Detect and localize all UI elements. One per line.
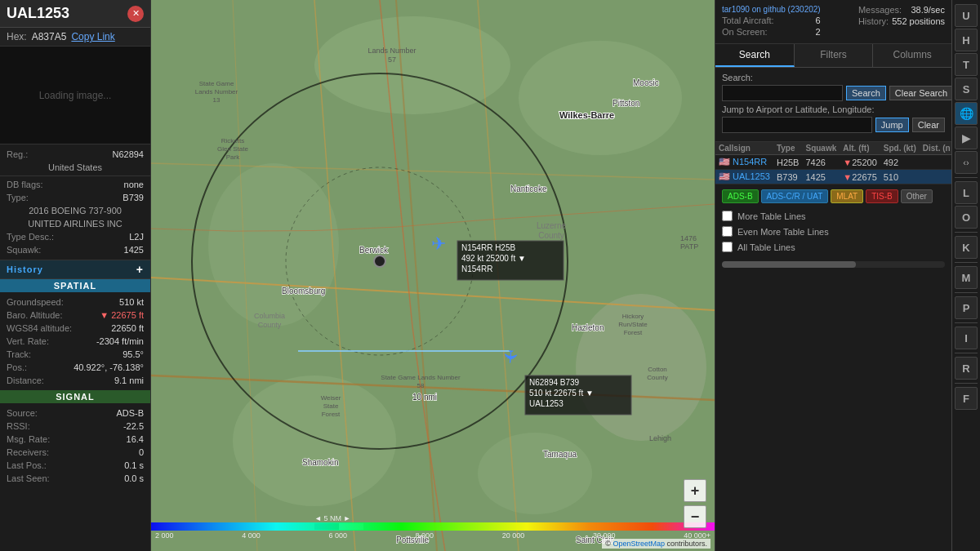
svg-text:Forest: Forest [624, 329, 643, 336]
nav-btn-R[interactable]: R [955, 357, 978, 380]
close-button[interactable]: ✕ [127, 6, 144, 22]
jump-input[interactable] [722, 117, 872, 133]
reg-value: N62894 [72, 149, 144, 159]
aircraft-n154rr[interactable]: ✈ [431, 233, 446, 254]
nav-btn-T[interactable]: T [955, 53, 978, 76]
svg-text:State Game: State Game [199, 80, 234, 87]
search-section: Search: Search Clear Search Jump to Airp… [715, 68, 951, 142]
tag-adsb[interactable]: ADS-B [722, 189, 759, 203]
signal-section-header: SIGNAL [0, 390, 150, 403]
aircraft-table: Callsign Type Squawk Alt. (ft) Spd. (kt)… [715, 142, 951, 184]
svg-text:N62894 B739: N62894 B739 [529, 378, 580, 387]
svg-text:✈: ✈ [431, 233, 446, 254]
table-row[interactable]: 🇺🇸 UAL1253 B739 1425 ▼22675 510 [715, 170, 951, 184]
svg-text:UAL1253: UAL1253 [529, 399, 564, 408]
reg-row: Reg.: N62894 [0, 148, 150, 161]
nav-btn-O[interactable]: O [955, 206, 978, 229]
svg-text:PATP: PATP [680, 242, 698, 251]
clear-jump-button[interactable]: Clear [912, 118, 945, 132]
db-flags-value: none [72, 180, 144, 189]
tab-search[interactable]: Search [715, 44, 795, 67]
nav-btn-L[interactable]: L [955, 181, 978, 204]
nav-btn-K[interactable]: K [955, 236, 978, 259]
msg-rate-row: Msg. Rate: 16.4 [0, 433, 150, 446]
aircraft-table-body: 🇺🇸 N154RR H25B 7426 ▼25200 492 🇺🇸 UAL125… [715, 155, 951, 184]
table-row[interactable]: 🇺🇸 N154RR H25B 7426 ▼25200 492 [715, 155, 951, 170]
nav-btn-F[interactable]: F [955, 387, 978, 410]
zoom-out-button[interactable]: − [684, 505, 706, 528]
tag-mlat[interactable]: MLAT [831, 189, 863, 203]
nav-divider-5 [955, 322, 978, 323]
tag-tisb[interactable]: TIS-B [866, 189, 898, 203]
nav-divider-1 [955, 177, 978, 178]
svg-text:County: County [258, 321, 282, 329]
nav-btn-I[interactable]: I [955, 327, 978, 349]
svg-point-16 [374, 256, 385, 267]
rssi-label: RSSI: [7, 421, 72, 431]
nav-btn-arrow-right[interactable]: ▶ [955, 127, 978, 149]
nav-btn-globe[interactable]: 🌐 [955, 102, 978, 125]
nav-divider-2 [955, 232, 978, 233]
tab-filters[interactable]: Filters [795, 44, 874, 67]
history-section-header[interactable]: History + [0, 260, 150, 279]
map-area[interactable]: ✈ N154RR H25B 492 kt 25200 ft ▼ N154RR ✈… [151, 0, 715, 551]
total-aircraft-value: 6 [816, 16, 821, 25]
nav-btn-U[interactable]: U [955, 4, 978, 27]
pos-value: 40.922°, -76.138° [72, 362, 144, 372]
signal-label: SIGNAL [56, 392, 95, 402]
scrollbar-thumb[interactable] [722, 261, 856, 268]
more-lines-checkbox[interactable] [722, 211, 733, 221]
on-screen-row: On Screen: 2 [722, 27, 821, 37]
msg-rate-label: Msg. Rate: [7, 434, 72, 444]
wgs84-row: WGS84 altitude: 22650 ft [0, 322, 150, 335]
svg-text:Run/State: Run/State [618, 321, 648, 328]
col-dist: Dist. (n [920, 142, 951, 155]
svg-point-1 [314, 16, 510, 114]
groundspeed-row: Groundspeed: 510 kt [0, 295, 150, 309]
copy-link-button[interactable]: Copy Link [71, 31, 114, 42]
col-callsign: Callsign [715, 142, 773, 155]
svg-text:Weiser: Weiser [321, 394, 341, 402]
reg-label: Reg.: [7, 149, 72, 159]
svg-text:13: 13 [213, 96, 220, 104]
svg-text:Hickory: Hickory [622, 313, 644, 320]
clear-search-button[interactable]: Clear Search [889, 86, 951, 100]
jump-button[interactable]: Jump [875, 118, 909, 132]
nav-btn-S[interactable]: S [955, 78, 978, 100]
pos-label: Pos.: [7, 362, 72, 372]
nav-btn-code[interactable]: ‹› [955, 151, 978, 174]
github-link[interactable]: tar1090 on github (230202) [722, 5, 821, 16]
airline-row: UNITED AIRLINES INC [0, 217, 150, 230]
nav-sidebar: U H T S 🌐 ▶ ‹› L O K M P I R F [951, 0, 980, 551]
tab-columns[interactable]: Columns [873, 44, 951, 67]
last-seen-value: 0.0 s [72, 473, 144, 483]
aircraft-ual1253[interactable]: ✈ [499, 349, 520, 365]
checkbox-even-more-lines: Even More Table Lines [715, 224, 951, 239]
all-lines-checkbox[interactable] [722, 242, 733, 252]
search-input[interactable] [722, 85, 843, 101]
search-button[interactable]: Search [846, 86, 886, 100]
code-nav-row: ‹› [952, 151, 980, 174]
tag-other[interactable]: Other [901, 189, 933, 203]
svg-text:Hazleton: Hazleton [572, 323, 604, 332]
wgs84-value: 22650 ft [72, 323, 144, 333]
col-alt: Alt. (ft) [840, 142, 880, 155]
image-placeholder: Loading image... [39, 90, 112, 101]
nav-btn-P[interactable]: P [955, 296, 978, 319]
tag-adsc[interactable]: ADS-C/R / UAT [761, 189, 829, 203]
source-label: Source: [7, 408, 72, 418]
nav-btn-H[interactable]: H [955, 29, 978, 51]
svg-text:Luzerne: Luzerne [537, 221, 567, 230]
search-row: Search Clear Search [722, 85, 945, 101]
map-background: ✈ N154RR H25B 492 kt 25200 ft ▼ N154RR ✈… [151, 0, 715, 551]
zoom-in-button[interactable]: + [684, 479, 706, 502]
nav-btn-M[interactable]: M [955, 266, 978, 289]
country-row: United States [0, 161, 150, 174]
track-label: Track: [7, 349, 72, 359]
even-more-lines-checkbox[interactable] [722, 226, 733, 237]
svg-text:Shamokin: Shamokin [302, 458, 338, 467]
squawk-row: Squawk: 1425 [0, 243, 150, 256]
aircraft-title: UAL1253 [7, 5, 69, 22]
aircraft-table-container: Callsign Type Squawk Alt. (ft) Spd. (kt)… [715, 142, 951, 184]
hex-label: Hex: [7, 31, 27, 42]
